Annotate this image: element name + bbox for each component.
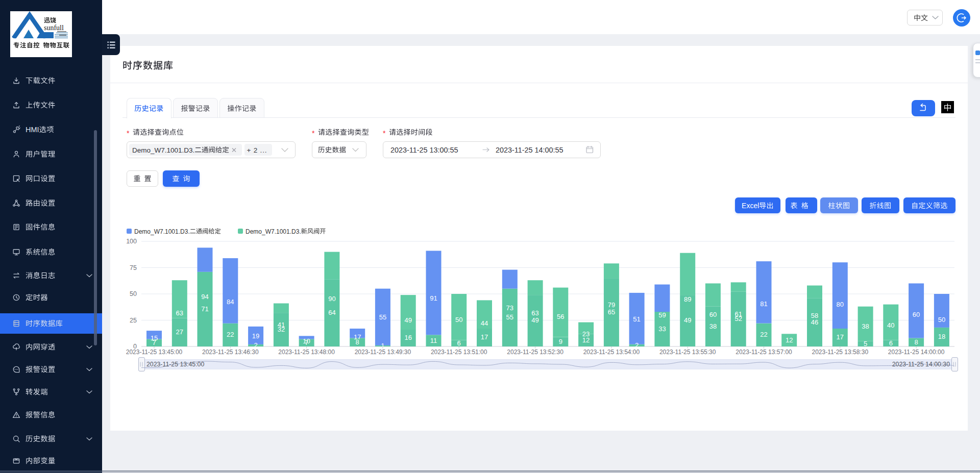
svg-text:2: 2 [635, 341, 639, 349]
svg-text:71: 71 [201, 305, 208, 313]
svg-text:49: 49 [404, 316, 411, 324]
svg-text:100: 100 [126, 238, 137, 245]
svg-text:63: 63 [176, 309, 183, 317]
svg-text:2023-11-25 13:49:30: 2023-11-25 13:49:30 [355, 348, 411, 356]
svg-text:33: 33 [658, 325, 666, 333]
svg-text:25: 25 [130, 317, 137, 324]
svg-text:50: 50 [455, 316, 462, 323]
svg-text:7: 7 [305, 339, 308, 346]
svg-text:2023-11-25 13:57:00: 2023-11-25 13:57:00 [736, 348, 792, 356]
svg-text:Excel: Excel [742, 202, 759, 210]
svg-text:2023-11-25 13:46:30: 2023-11-25 13:46:30 [202, 348, 259, 356]
svg-text:63: 63 [531, 309, 538, 317]
svg-text:75: 75 [130, 264, 137, 271]
svg-text:7: 7 [152, 339, 156, 346]
svg-text:2023-11-25 13:48:00: 2023-11-25 13:48:00 [278, 348, 335, 356]
svg-text:6: 6 [889, 339, 893, 347]
svg-text:50: 50 [130, 290, 137, 297]
svg-text:51: 51 [633, 315, 640, 323]
svg-text:52: 52 [734, 315, 742, 322]
svg-text:89: 89 [684, 295, 691, 303]
svg-text:+ 2 ...: + 2 ... [247, 146, 267, 154]
svg-text:2023-11-25 13:58:30: 2023-11-25 13:58:30 [812, 348, 869, 356]
svg-text:90: 90 [328, 295, 335, 303]
svg-text:2023-11-25 13:45:00: 2023-11-25 13:45:00 [146, 361, 204, 368]
svg-text:8: 8 [914, 338, 918, 346]
svg-text:22: 22 [227, 331, 234, 338]
svg-text:2023-11-25 14:00:30: 2023-11-25 14:00:30 [892, 361, 950, 368]
svg-text:*: * [312, 129, 315, 137]
svg-text:*: * [383, 129, 386, 137]
svg-text:27: 27 [176, 328, 183, 336]
svg-text:80: 80 [837, 301, 844, 308]
svg-text:12: 12 [786, 336, 793, 344]
svg-text:2023-11-25 13:00:55: 2023-11-25 13:00:55 [390, 146, 458, 154]
svg-text:55: 55 [506, 313, 513, 321]
svg-text:44: 44 [481, 319, 488, 327]
svg-text:46: 46 [811, 318, 818, 326]
svg-text:38: 38 [709, 322, 717, 330]
svg-text:38: 38 [862, 322, 869, 330]
svg-text:sunfull: sunfull [44, 24, 64, 32]
svg-text:6: 6 [457, 339, 461, 347]
svg-text:9: 9 [559, 338, 562, 345]
svg-text:12: 12 [582, 336, 590, 344]
svg-text:84: 84 [227, 298, 234, 306]
svg-text:65: 65 [608, 308, 615, 316]
svg-text:22: 22 [760, 331, 767, 338]
svg-text:5: 5 [864, 340, 867, 347]
svg-text:56: 56 [557, 313, 564, 320]
svg-text:64: 64 [328, 309, 335, 316]
svg-text:73: 73 [506, 304, 513, 312]
svg-text:91: 91 [430, 294, 437, 302]
svg-text:2023-11-25 13:51:00: 2023-11-25 13:51:00 [431, 348, 487, 356]
svg-text:18: 18 [938, 333, 945, 340]
svg-text:55: 55 [379, 313, 386, 321]
svg-text:81: 81 [760, 300, 767, 308]
svg-text:40: 40 [887, 321, 894, 329]
svg-text:60: 60 [709, 311, 717, 318]
svg-text:49: 49 [531, 316, 538, 324]
svg-text:79: 79 [608, 301, 615, 309]
svg-text:16: 16 [404, 334, 411, 341]
svg-text:94: 94 [201, 293, 208, 301]
svg-text:17: 17 [481, 333, 488, 341]
svg-text:19: 19 [252, 332, 259, 340]
svg-text:2023-11-25 14:00:55: 2023-11-25 14:00:55 [496, 146, 564, 154]
svg-text:60: 60 [913, 311, 920, 318]
svg-text:49: 49 [684, 316, 691, 324]
svg-text:2023-11-25 13:45:00: 2023-11-25 13:45:00 [126, 348, 183, 356]
svg-text:*: * [127, 129, 130, 137]
svg-text:2023-11-25 13:54:00: 2023-11-25 13:54:00 [583, 348, 640, 356]
svg-text:Demo_W7.1001.D3.: Demo_W7.1001.D3. [132, 146, 194, 154]
svg-text:2023-11-25 13:52:30: 2023-11-25 13:52:30 [507, 348, 564, 356]
svg-text:50: 50 [938, 316, 945, 323]
svg-text:59: 59 [658, 311, 666, 319]
svg-text:2023-11-25 14:00:00: 2023-11-25 14:00:00 [888, 348, 945, 356]
svg-text:Demo_W7.1001.D3.: Demo_W7.1001.D3. [246, 228, 301, 235]
svg-text:11: 11 [430, 337, 437, 344]
svg-text:2: 2 [254, 341, 257, 349]
svg-text:32: 32 [278, 326, 285, 333]
svg-text:2023-11-25 13:55:30: 2023-11-25 13:55:30 [659, 348, 716, 356]
svg-text:Demo_W7.1001.D3.: Demo_W7.1001.D3. [134, 228, 190, 235]
svg-text:17: 17 [837, 333, 844, 341]
svg-text:HMI: HMI [26, 126, 39, 134]
svg-text:8: 8 [356, 338, 359, 346]
